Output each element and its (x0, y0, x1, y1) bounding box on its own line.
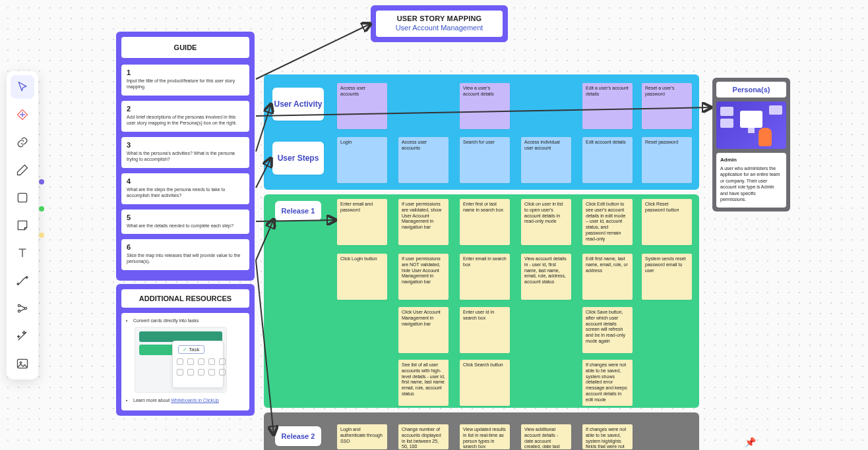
resources-item: Convert cards directly into tasks (133, 318, 244, 323)
story-card[interactable]: Click User Account Management in navigat… (398, 307, 449, 353)
story-card[interactable]: Click Reset password button (642, 199, 692, 245)
story-card[interactable]: System sends reset password email to use… (642, 254, 692, 300)
story-card[interactable]: If changes were not able to be saved, sy… (582, 424, 633, 449)
story-card[interactable]: If user permissions are validated, show … (398, 199, 449, 245)
section-label-release1[interactable]: Release 1 (275, 201, 321, 221)
step-card[interactable]: Login (337, 137, 387, 183)
persona-panel[interactable]: Persona(s) Admin A user who administers … (712, 78, 790, 211)
title-subject: User Account Management (379, 24, 500, 32)
svg-point-7 (20, 362, 22, 364)
activity-card[interactable]: Edit a user's account details (582, 83, 633, 129)
text-tool[interactable] (11, 241, 34, 265)
story-card[interactable]: View updated results in list in real-tim… (460, 424, 510, 449)
svg-rect-0 (18, 193, 26, 202)
activity-card[interactable]: View a user's account details (460, 83, 510, 129)
guide-step-text: Add brief descriptions of the personas i… (127, 114, 244, 127)
ai-magic-tool[interactable] (11, 324, 34, 348)
resources-preview-image: Task (135, 327, 227, 393)
guide-step-6[interactable]: 6Slice the map into releases that will p… (121, 239, 249, 270)
sticky-note-tool[interactable] (11, 213, 34, 237)
resources-panel[interactable]: ADDITIONAL RESOURCES Convert cards direc… (116, 284, 255, 416)
link-tool[interactable] (11, 130, 34, 154)
guide-step-number: 5 (127, 213, 244, 221)
title-label: USER STORY MAPPING (379, 14, 500, 22)
persona-description: Admin A user who administers the applica… (716, 153, 786, 208)
tool-palette (7, 71, 38, 380)
cursor-tool[interactable] (11, 75, 34, 99)
pen-tool[interactable] (11, 158, 34, 182)
step-card[interactable]: Reset password (642, 137, 692, 183)
story-card[interactable]: Click Save button, after which user acco… (582, 307, 633, 353)
guide-step-4[interactable]: 4What are the steps the persona needs to… (121, 173, 249, 204)
story-card[interactable]: Click Edit button to see user's account … (582, 199, 633, 245)
persona-illustration (716, 101, 786, 149)
guide-step-2[interactable]: 2Add brief descriptions of the personas … (121, 101, 249, 132)
pin-icon[interactable]: 📌 (745, 437, 756, 447)
story-card[interactable]: Edit first name, last name, email, role,… (582, 254, 633, 300)
svg-rect-6 (18, 359, 28, 368)
story-map-title[interactable]: USER STORY MAPPING User Account Manageme… (371, 5, 508, 42)
persona-name: Admin (720, 157, 782, 164)
resources-link[interactable]: Whiteboards in ClickUp (171, 398, 219, 403)
diamond-plus-tool[interactable] (11, 103, 34, 127)
resources-item: Learn more about Whiteboards in ClickUp (133, 398, 244, 403)
activity-card[interactable]: Reset a user's password (642, 83, 692, 129)
persona-text: A user who administers the application f… (720, 166, 780, 202)
image-tool[interactable] (11, 352, 34, 376)
story-card[interactable]: Enter user id in search box (460, 307, 510, 353)
story-card[interactable]: Login and authenticate through SSO (337, 424, 387, 449)
activity-card[interactable]: Access user accounts (337, 83, 387, 129)
story-card[interactable]: View additional account details - date a… (521, 424, 571, 449)
guide-step-text: Slice the map into releases that will pr… (127, 252, 244, 265)
story-card[interactable]: Change number of accounts displayed in l… (398, 424, 449, 449)
story-card[interactable]: Click Login button (337, 254, 387, 300)
story-card[interactable]: If user permissions are NOT validated, h… (398, 254, 449, 300)
section-label-user-activity[interactable]: User Activity (272, 88, 324, 121)
guide-step-1[interactable]: 1Input the title of the product/feature … (121, 65, 249, 96)
resources-body: Convert cards directly into tasks Task L… (121, 313, 249, 410)
guide-step-text: What is the persona's activities? What i… (127, 150, 244, 163)
guide-panel[interactable]: GUIDE 1Input the title of the product/fe… (116, 32, 255, 281)
step-card[interactable]: Access individual user account (521, 137, 571, 183)
guide-step-text: What are the details needed to complete … (127, 223, 244, 229)
guide-step-number: 3 (127, 141, 244, 149)
story-card[interactable]: Enter first or last name in search box (460, 199, 510, 245)
guide-header: GUIDE (121, 37, 249, 58)
guide-step-text: What are the steps the persona needs to … (127, 186, 244, 199)
step-card[interactable]: Access user accounts (398, 137, 449, 183)
story-card[interactable]: If changes were not able to be saved, sy… (582, 360, 633, 406)
guide-step-text: Input the title of the product/feature f… (127, 78, 244, 90)
story-card[interactable]: Enter email in search box (460, 254, 510, 300)
section-label-release2[interactable]: Release 2 (275, 426, 321, 446)
guide-step-number: 6 (127, 243, 244, 251)
step-card[interactable]: Edit account details (582, 137, 633, 183)
section-label-user-steps[interactable]: User Steps (272, 142, 324, 175)
story-card[interactable]: Click on user in list to open user's acc… (521, 199, 571, 245)
story-card[interactable]: Click Search button (460, 360, 510, 406)
palette-dot-purple[interactable] (39, 179, 44, 184)
step-card[interactable]: Search for user (460, 137, 510, 183)
palette-dot-green[interactable] (39, 206, 44, 211)
shape-tool[interactable] (11, 186, 34, 210)
graph-tool[interactable] (11, 296, 34, 320)
connector-tool[interactable] (11, 269, 34, 293)
story-card[interactable]: View account details in - user id, first… (521, 254, 571, 300)
persona-header: Persona(s) (716, 82, 786, 98)
guide-step-3[interactable]: 3What is the persona's activities? What … (121, 137, 249, 168)
guide-step-number: 1 (127, 69, 244, 76)
guide-step-number: 2 (127, 105, 244, 113)
resources-header: ADDITIONAL RESOURCES (121, 289, 249, 308)
story-card[interactable]: Enter email and password (337, 199, 387, 245)
palette-dot-yellow[interactable] (39, 233, 44, 238)
guide-step-5[interactable]: 5What are the details needed to complete… (121, 210, 249, 234)
guide-step-number: 4 (127, 177, 244, 185)
story-card[interactable]: See list of all user accounts with high-… (398, 360, 449, 406)
